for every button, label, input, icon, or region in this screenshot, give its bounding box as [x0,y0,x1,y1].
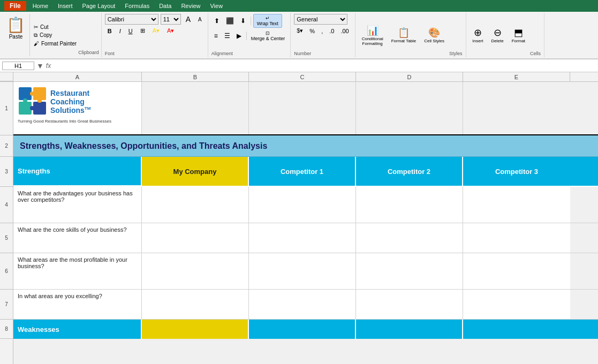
nav-review[interactable]: Review [180,3,201,9]
row-header-5[interactable]: 5 [0,223,13,253]
cell-styles-btn[interactable]: 🎨 Cell Styles [421,25,448,45]
align-row2: ≡ ☰ ▶ ⊡ Merge & Center [211,29,287,42]
data-cell-4-e[interactable] [463,290,570,319]
data-cell-2-e[interactable] [463,223,570,253]
wrap-text-button[interactable]: ↵ Wrap Text [253,14,282,28]
header-competitor2: Competitor 2 [356,157,463,186]
nav-view[interactable]: View [209,3,224,9]
cells-group: ⊕ Insert ⊖ Delete ⬒ Format Cells [466,13,545,57]
format-table-btn[interactable]: 📋 Format Table [388,25,420,45]
align-middle-btn[interactable]: ⬛ [223,16,237,26]
formula-dropdown-btn[interactable]: ▼ [36,62,44,70]
data-cell-3-e[interactable] [463,253,570,289]
question-cell-3[interactable]: What areas are the most profitable in yo… [13,253,142,289]
cell-styles-label: Cell Styles [424,39,444,43]
border-button[interactable]: ⊞ [138,26,148,35]
number-row1: $▾ % , .0 .00 [294,26,351,35]
data-cell-2-d[interactable] [356,223,463,253]
underline-button[interactable]: U [126,27,135,35]
delete-cells-btn[interactable]: ⊖ Delete [488,25,507,45]
conditional-formatting-btn[interactable]: 📊 ConditionalFormatting [359,23,387,48]
increase-font-btn[interactable]: A [183,14,193,25]
nav-formulas[interactable]: Formulas [124,3,150,9]
data-cell-3-c[interactable] [249,253,356,289]
data-row-7: In what areas are you excelling? [13,290,598,320]
align-left-btn[interactable]: ≡ [211,31,221,41]
question-cell-4[interactable]: In what areas are you excelling? [13,290,142,319]
number-format-select[interactable]: General [294,14,347,25]
data-cell-1-c[interactable] [249,187,356,223]
svg-rect-3 [33,102,46,115]
font-size-select[interactable]: 11 [161,14,181,25]
data-cell-4-b[interactable] [142,290,249,319]
corner-cell [0,72,13,81]
col-header-a[interactable]: A [13,72,142,81]
row-header-2[interactable]: 2 [0,135,13,157]
merge-label: Merge & Center [251,36,285,41]
row-header-8[interactable]: 8 [0,320,13,339]
align-right-btn[interactable]: ▶ [234,31,244,41]
align-center-btn[interactable]: ☰ [222,31,233,41]
svg-point-7 [37,98,42,103]
alignment-group: ⬆ ⬛ ⬇ ↵ Wrap Text ≡ ☰ ▶ ⊡ Merge & Center [208,13,291,57]
data-cell-2-b[interactable] [142,223,249,253]
decrease-decimal-btn[interactable]: .00 [338,27,351,35]
data-cell-2-c[interactable] [249,223,356,253]
paste-button[interactable]: 📋 Paste [2,14,30,56]
formula-input[interactable] [53,62,596,70]
align-bottom-btn[interactable]: ⬇ [238,16,248,26]
row-header-6[interactable]: 6 [0,253,13,290]
delete-label: Delete [491,39,504,43]
format-painter-button[interactable]: 🖌 Format Painter [32,40,78,47]
merge-center-button[interactable]: ⊡ Merge & Center [249,29,287,42]
col-header-d[interactable]: D [356,72,463,81]
alignment-group-label: Alignment [211,51,287,56]
question-cell-2[interactable]: What are the core skills of your busines… [13,223,142,253]
data-cell-4-c[interactable] [249,290,356,319]
cut-button[interactable]: ✂ Cut [32,24,78,31]
question-cell-1[interactable]: What are the advantages your business ha… [13,187,142,223]
nav-page-layout[interactable]: Page Layout [81,3,117,9]
copy-button[interactable]: ⧉ Copy [32,32,78,39]
data-cell-3-d[interactable] [356,253,463,289]
italic-button[interactable]: I [117,27,124,35]
row-header-1[interactable]: 1 [0,82,13,135]
format-painter-label: Format Painter [41,41,77,47]
format-cells-btn[interactable]: ⬒ Format [509,25,528,45]
logo-puzzle-svg [18,86,47,117]
bold-button[interactable]: B [105,27,115,35]
cell-reference-input[interactable]: H1 [2,62,34,70]
decrease-font-btn[interactable]: A [195,16,205,24]
row-header-7[interactable]: 7 [0,290,13,320]
fill-color-btn[interactable]: A▾ [150,26,162,35]
data-cell-1-e[interactable] [463,187,570,223]
row-number-col: 1 2 3 4 5 6 7 8 [0,82,13,364]
data-cell-3-b[interactable] [142,253,249,289]
row-header-4[interactable]: 4 [0,187,13,223]
col-header-b[interactable]: B [142,72,249,81]
data-cell-4-d[interactable] [356,290,463,319]
col-header-c[interactable]: C [249,72,356,81]
font-name-select[interactable]: Calibri [105,14,158,25]
svg-point-4 [30,92,34,96]
data-cell-1-b[interactable] [142,187,249,223]
clipboard-group: 📋 Paste ✂ Cut ⧉ Copy 🖌 Format Painter Cl [0,13,102,57]
weaknesses-spacer-d [356,320,463,339]
nav-insert[interactable]: Insert [57,3,74,9]
format-table-label: Format Table [391,39,417,43]
col-header-e[interactable]: E [463,72,570,81]
file-menu-btn[interactable]: File [4,1,26,11]
comma-btn[interactable]: , [319,27,326,35]
percent-btn[interactable]: % [307,27,317,35]
svg-rect-0 [19,87,32,100]
row-header-3[interactable]: 3 [0,157,13,187]
font-group: Calibri 11 A A B I U ⊞ A▾ A▾ Font [102,13,208,57]
increase-decimal-btn[interactable]: .0 [327,27,337,35]
font-color-btn[interactable]: A▾ [164,26,177,35]
nav-home[interactable]: Home [32,3,49,9]
currency-btn[interactable]: $▾ [294,26,306,35]
insert-cells-btn[interactable]: ⊕ Insert [470,25,487,45]
align-top-btn[interactable]: ⬆ [211,16,222,26]
data-cell-1-d[interactable] [356,187,463,223]
nav-data[interactable]: Data [158,3,172,9]
